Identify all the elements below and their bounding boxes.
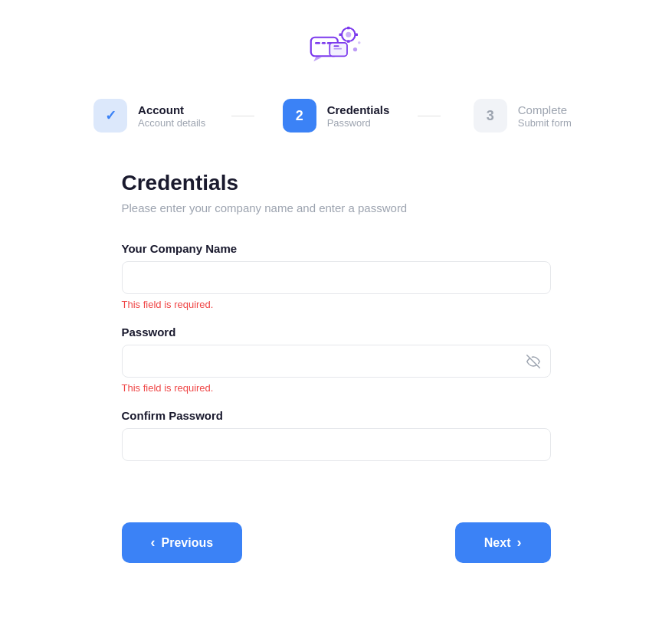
step-credentials-title: Credentials xyxy=(327,103,390,116)
step-credentials-icon: 2 xyxy=(283,99,316,133)
step-credentials-text: Credentials Password xyxy=(327,103,390,129)
svg-rect-9 xyxy=(339,34,342,37)
toggle-password-icon[interactable] xyxy=(526,355,540,368)
step-account: ✓ Account Account details xyxy=(68,91,231,140)
svg-point-11 xyxy=(352,47,356,51)
form-subheading: Please enter your company name and enter… xyxy=(122,201,551,214)
previous-label: Previous xyxy=(162,536,214,550)
step-complete-icon: 3 xyxy=(474,99,507,133)
page-wrapper: ✓ Account Account details 2 Credentials … xyxy=(0,0,672,638)
step-account-text: Account Account details xyxy=(138,103,205,129)
svg-rect-14 xyxy=(333,45,339,47)
confirm-password-field-group: Confirm Password xyxy=(122,409,551,461)
next-label: Next xyxy=(484,536,511,550)
svg-rect-1 xyxy=(315,42,320,44)
step-divider-1 xyxy=(231,116,254,116)
company-name-label: Your Company Name xyxy=(122,242,551,255)
step-complete-subtitle: Submit form xyxy=(518,117,572,129)
checkmark-icon: ✓ xyxy=(105,107,116,124)
confirm-password-input[interactable] xyxy=(122,428,551,461)
company-name-input[interactable] xyxy=(122,261,551,294)
form-area: Credentials Please enter your company na… xyxy=(107,171,566,476)
password-field-group: Password This field is required. xyxy=(122,326,551,394)
step-complete-text: Complete Submit form xyxy=(518,103,572,129)
step-divider-2 xyxy=(418,116,441,116)
svg-rect-8 xyxy=(347,40,350,43)
password-input-wrapper xyxy=(122,345,551,378)
step-complete-title: Complete xyxy=(518,103,572,116)
svg-rect-10 xyxy=(355,34,358,37)
svg-rect-15 xyxy=(333,48,342,50)
logo-area xyxy=(310,23,363,68)
svg-rect-7 xyxy=(347,27,350,30)
next-button[interactable]: Next › xyxy=(455,522,551,563)
password-error: This field is required. xyxy=(122,382,551,394)
step-account-title: Account xyxy=(138,103,205,116)
form-heading: Credentials xyxy=(122,171,551,195)
step-credentials-number: 2 xyxy=(296,108,303,124)
previous-button[interactable]: ‹ Previous xyxy=(122,522,243,563)
step-complete: 3 Complete Submit form xyxy=(441,91,604,140)
steps-container: ✓ Account Account details 2 Credentials … xyxy=(68,91,605,140)
svg-rect-2 xyxy=(321,42,325,44)
step-account-subtitle: Account details xyxy=(138,117,205,129)
company-name-field-group: Your Company Name This field is required… xyxy=(122,242,551,310)
previous-arrow-icon: ‹ xyxy=(151,535,156,551)
step-credentials: 2 Credentials Password xyxy=(254,91,418,140)
step-account-icon: ✓ xyxy=(93,99,127,133)
password-label: Password xyxy=(122,326,551,339)
buttons-row: ‹ Previous Next › xyxy=(107,522,566,563)
confirm-password-label: Confirm Password xyxy=(122,409,551,422)
svg-point-12 xyxy=(358,41,361,44)
svg-point-6 xyxy=(346,32,351,38)
password-input[interactable] xyxy=(122,345,551,378)
app-logo xyxy=(310,23,363,65)
step-complete-number: 3 xyxy=(487,108,494,124)
company-name-error: This field is required. xyxy=(122,299,551,310)
step-credentials-subtitle: Password xyxy=(327,117,390,129)
next-arrow-icon: › xyxy=(517,535,522,551)
